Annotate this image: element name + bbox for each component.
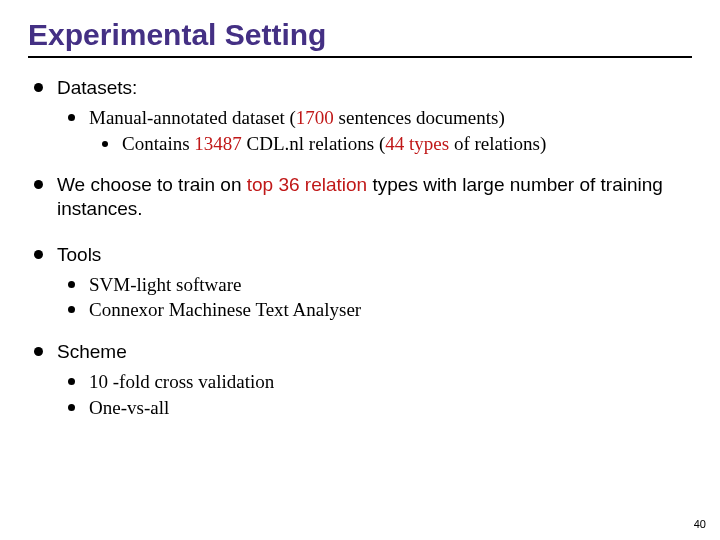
text-fragment: CDL.nl relations ( xyxy=(242,133,386,154)
slide-title: Experimental Setting xyxy=(28,18,692,52)
section-heading: Datasets: xyxy=(57,76,137,100)
list-item-text: Contains 13487 CDL.nl relations (44 type… xyxy=(122,132,546,156)
title-divider xyxy=(28,56,692,58)
bullet-icon xyxy=(102,141,108,147)
slide: Experimental Setting Datasets: Manual-an… xyxy=(0,0,720,540)
text-fragment: sentences documents) xyxy=(334,107,505,128)
text-fragment: of relations) xyxy=(449,133,546,154)
number-highlight: 1700 xyxy=(296,107,334,128)
list-item: Manual-annotated dataset (1700 sentences… xyxy=(68,106,692,130)
bullet-icon xyxy=(68,281,75,288)
list-item-text: SVM-light software xyxy=(89,273,242,297)
section-datasets: Datasets: xyxy=(34,76,692,100)
bullet-icon xyxy=(34,250,43,259)
list-item: One-vs-all xyxy=(68,396,692,420)
text-fragment: We choose to train on xyxy=(57,174,247,195)
bullet-icon xyxy=(34,347,43,356)
text-fragment: Manual-annotated dataset ( xyxy=(89,107,296,128)
bullet-icon xyxy=(68,306,75,313)
number-highlight: 13487 xyxy=(194,133,242,154)
bullet-icon xyxy=(68,114,75,121)
list-item-text: 10 -fold cross validation xyxy=(89,370,274,394)
list-item-text: One-vs-all xyxy=(89,396,169,420)
section-tools: Tools xyxy=(34,243,692,267)
number-highlight: 44 types xyxy=(385,133,449,154)
text-fragment: Contains xyxy=(122,133,194,154)
bullet-icon xyxy=(68,404,75,411)
number-highlight: top 36 relation xyxy=(247,174,367,195)
section-scheme: Scheme xyxy=(34,340,692,364)
section-heading: Scheme xyxy=(57,340,127,364)
bullet-icon xyxy=(68,378,75,385)
list-item: Connexor Machinese Text Analyser xyxy=(68,298,692,322)
section-training-choice: We choose to train on top 36 relation ty… xyxy=(34,173,692,221)
section-heading: Tools xyxy=(57,243,101,267)
list-item: SVM-light software xyxy=(68,273,692,297)
bullet-icon xyxy=(34,180,43,189)
bullet-icon xyxy=(34,83,43,92)
content-body: Datasets: Manual-annotated dataset (1700… xyxy=(28,76,692,419)
list-item: Contains 13487 CDL.nl relations (44 type… xyxy=(102,132,692,156)
list-item-text: Manual-annotated dataset (1700 sentences… xyxy=(89,106,505,130)
list-item: 10 -fold cross validation xyxy=(68,370,692,394)
page-number: 40 xyxy=(694,518,706,530)
list-item-text: Connexor Machinese Text Analyser xyxy=(89,298,361,322)
list-item-text: We choose to train on top 36 relation ty… xyxy=(57,173,692,221)
